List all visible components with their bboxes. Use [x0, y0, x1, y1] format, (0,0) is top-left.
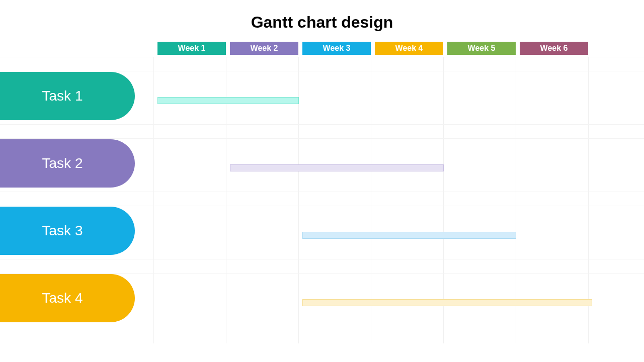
- task-label-2: Task 2: [0, 139, 135, 188]
- grid-hline: [0, 273, 644, 274]
- grid-hline: [0, 192, 644, 192]
- grid-hline: [0, 124, 644, 125]
- column-header-week-2: Week 2: [230, 42, 298, 55]
- grid-hline: [0, 259, 644, 259]
- gantt-bar-task-2[interactable]: [230, 164, 444, 171]
- grid-hline: [0, 138, 644, 139]
- grid-hline: [0, 57, 644, 57]
- column-header-week-6: Week 6: [520, 42, 588, 55]
- grid-hline: [0, 71, 644, 71]
- grid-hline: [0, 206, 644, 206]
- column-header-week-4: Week 4: [375, 42, 443, 55]
- column-header-week-1: Week 1: [157, 42, 226, 55]
- page-title: Gantt chart design: [0, 0, 644, 42]
- task-label-1: Task 1: [0, 72, 135, 120]
- gantt-bar-task-4[interactable]: [302, 299, 592, 306]
- gantt-chart: Week 1Week 2Week 3Week 4Week 5Week 6 Tas…: [0, 42, 644, 343]
- gantt-bar-task-1[interactable]: [157, 97, 299, 104]
- column-header-week-5: Week 5: [447, 42, 516, 55]
- gantt-bar-task-3[interactable]: [302, 232, 516, 239]
- task-label-3: Task 3: [0, 207, 135, 255]
- grid-vline: [153, 57, 154, 343]
- column-header-week-3: Week 3: [302, 42, 371, 55]
- task-label-4: Task 4: [0, 274, 135, 322]
